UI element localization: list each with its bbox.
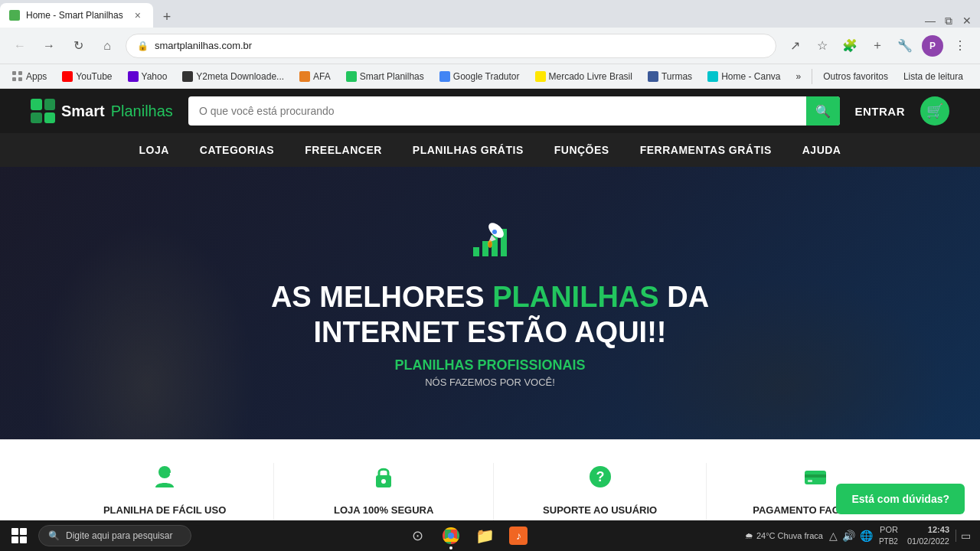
logo-icon — [31, 99, 55, 123]
music-icon: ♪ — [509, 527, 528, 545]
youtube-favicon — [62, 71, 73, 82]
minimize-icon[interactable]: — — [923, 14, 937, 28]
feature-payment-icon — [802, 463, 829, 497]
taskbar: 🔍 Digite aqui para pesquisar ⊙ 📁 ♪ 🌧 24°… — [0, 520, 980, 551]
bookmark-canva[interactable]: Home - Canva — [701, 70, 786, 83]
bookmark-turmas[interactable]: Turmas — [642, 70, 698, 83]
svg-rect-1 — [482, 241, 488, 256]
forward-button[interactable]: → — [38, 35, 60, 57]
star-icon[interactable]: ☆ — [812, 35, 833, 57]
bookmark-outros[interactable]: Outros favoritos — [817, 70, 894, 83]
bookmark-yahoo[interactable]: Yahoo — [122, 70, 174, 83]
logo-sq3 — [31, 112, 42, 124]
bookmark-more-button[interactable]: » — [790, 70, 808, 83]
website: Smart Planilhas 🔍 ENTRAR 🛒 LOJA CATEGORI… — [0, 89, 980, 551]
turmas-favicon — [648, 71, 658, 82]
logo-sq1 — [31, 99, 42, 110]
add-tab-icon[interactable]: ＋ — [867, 35, 888, 57]
active-tab[interactable]: Home - Smart Planilhas × — [0, 3, 153, 28]
y2meta-favicon — [182, 71, 193, 82]
smart-favicon — [346, 71, 357, 82]
svg-point-5 — [492, 230, 497, 234]
afa-favicon — [299, 71, 310, 82]
tab-close-button[interactable]: × — [132, 8, 144, 23]
nav-categorias[interactable]: CATEGORIAS — [200, 144, 274, 156]
toolbar-icons: ↗ ☆ 🧩 ＋ 🔧 P ⋮ — [784, 35, 971, 57]
start-button[interactable] — [0, 520, 38, 551]
site-logo[interactable]: Smart Planilhas — [31, 99, 173, 123]
extension-icon[interactable]: 🧩 — [839, 35, 861, 57]
show-desktop-icon[interactable]: ▭ — [956, 530, 971, 542]
apps-favicon — [12, 71, 23, 82]
bookmark-yahoo-label: Yahoo — [142, 71, 168, 82]
nav-loja[interactable]: LOJA — [139, 144, 169, 156]
feature-easy-use-icon — [151, 463, 178, 497]
bookmark-reading-label: Lista de leitura — [903, 71, 963, 82]
taskbar-time[interactable]: POR PTB2 12:43 01/02/2022 — [879, 524, 949, 548]
bookmark-reading[interactable]: Lista de leitura — [897, 70, 969, 83]
site-header: Smart Planilhas 🔍 ENTRAR 🛒 — [0, 89, 980, 133]
canva-favicon — [707, 71, 718, 82]
bookmark-youtube[interactable]: YouTube — [56, 70, 118, 83]
chat-button[interactable]: Está com dúvidas? — [836, 484, 965, 514]
nav-ferramentas-gratis[interactable]: FERRAMENTAS GRÁTIS — [640, 144, 772, 156]
bookmark-canva-label: Home - Canva — [721, 71, 780, 82]
site-search-input[interactable] — [188, 105, 806, 117]
extensions-icon[interactable]: 🔧 — [894, 35, 916, 57]
bookmark-smart-label: Smart Planilhas — [360, 71, 424, 82]
notification-icon[interactable]: △ — [829, 530, 838, 542]
site-search-bar[interactable]: 🔍 — [188, 96, 840, 126]
close-window-icon[interactable]: ✕ — [960, 14, 974, 28]
restore-icon[interactable]: ⧉ — [942, 14, 956, 28]
back-button[interactable]: ← — [9, 35, 31, 57]
bookmark-y2meta[interactable]: Y2meta Do‌wnloade... — [176, 70, 290, 83]
share-icon[interactable]: ↗ — [784, 35, 805, 57]
bookmark-apps[interactable]: Apps — [6, 70, 53, 83]
taskbar-apps: ⊙ 📁 ♪ — [191, 520, 745, 551]
home-button[interactable]: ⌂ — [96, 35, 118, 57]
folder-icon: 📁 — [475, 527, 495, 545]
taskbar-music[interactable]: ♪ — [503, 520, 534, 551]
entrar-button[interactable]: ENTRAR — [855, 105, 906, 118]
feature-secure-store-icon — [370, 463, 397, 497]
bookmark-apps-label: Apps — [26, 71, 47, 82]
nav-freelancer[interactable]: FREELANCER — [305, 144, 382, 156]
network-icon[interactable]: 🌐 — [860, 530, 873, 542]
menu-icon[interactable]: ⋮ — [949, 35, 971, 57]
bookmark-smart[interactable]: Smart Planilhas — [340, 70, 430, 83]
hero-content: AS MELHORES PLANILHAS DA INTERNET ESTÃO … — [271, 218, 709, 388]
url-text: smartplanilhas.com.br — [155, 40, 765, 51]
bookmark-mercado[interactable]: Mercado Livre Brasil — [529, 70, 639, 83]
taskbar-right: 🌧 24°C Chuva fraca △ 🔊 🌐 POR PTB2 12:43 … — [745, 524, 980, 548]
nav-funcoes[interactable]: FUNÇÕES — [554, 144, 609, 156]
reload-button[interactable]: ↻ — [67, 35, 89, 57]
bookmark-afa[interactable]: AFA — [293, 70, 337, 83]
svg-point-9 — [381, 479, 386, 484]
bookmark-gtranslate-label: Google Tradutor — [453, 71, 520, 82]
new-tab-button[interactable]: + — [156, 6, 178, 28]
mercado-favicon — [535, 71, 546, 82]
taskbar-search[interactable]: 🔍 Digite aqui para pesquisar — [38, 525, 191, 546]
nav-planilhas-gratis[interactable]: PLANILHAS GRÁTIS — [413, 144, 524, 156]
taskbar-chrome[interactable] — [436, 520, 466, 551]
nav-ajuda[interactable]: AJUDA — [802, 144, 841, 156]
bookmark-gtranslate[interactable]: Google Tradutor — [433, 70, 526, 83]
taskbar-search-text: Digite aqui para pesquisar — [66, 530, 172, 541]
windows-icon — [11, 528, 27, 543]
hero-section: AS MELHORES PLANILHAS DA INTERNET ESTÃO … — [0, 167, 980, 439]
volume-icon[interactable]: 🔊 — [842, 530, 855, 542]
taskbar-cortana[interactable]: ⊙ — [402, 520, 433, 551]
cart-icon[interactable]: 🛒 — [920, 96, 949, 126]
cortana-icon: ⊙ — [408, 527, 426, 545]
bookmark-afa-label: AFA — [313, 71, 331, 82]
svg-point-6 — [488, 240, 492, 248]
site-search-button[interactable]: 🔍 — [806, 96, 840, 126]
feature-secure-store-title: LOJA 100% SEGURA — [334, 504, 433, 516]
logo-sq4 — [44, 112, 56, 124]
hero-title-line2: INTERNET ESTÃO AQUI!! — [314, 316, 667, 348]
taskbar-sys-icons: △ 🔊 🌐 — [829, 530, 873, 542]
profile-avatar[interactable]: P — [922, 35, 943, 57]
url-input[interactable]: 🔒 smartplanilhas.com.br — [126, 34, 776, 58]
svg-text:?: ? — [596, 469, 604, 484]
taskbar-fileexplorer[interactable]: 📁 — [469, 520, 500, 551]
